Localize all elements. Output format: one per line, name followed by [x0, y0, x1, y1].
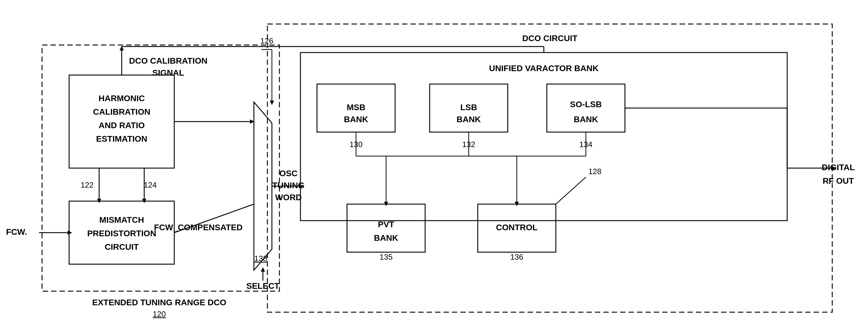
select-label: SELECT — [246, 281, 279, 291]
ref-135: 135 — [379, 253, 393, 262]
dco-cal-signal-label2: SIGNAL — [152, 68, 184, 77]
extended-tuning-label: EXTENDED TUNING RANGE DCO — [92, 298, 226, 307]
mismatch-label3: CIRCUIT — [104, 242, 139, 252]
harmonic-label2: CALIBRATION — [93, 107, 151, 116]
dco-circuit-label: DCO CIRCUIT — [522, 34, 578, 43]
ref-122: 122 — [81, 180, 93, 190]
ref-126-arrow — [270, 101, 274, 105]
osc-tuning-label3: WORD — [275, 193, 302, 202]
lsb-bank-label2: BANK — [457, 115, 481, 124]
fcw-label: FCW. — [6, 227, 27, 237]
ref-120: 120 — [153, 309, 165, 319]
harmonic-label3: AND RATIO — [98, 121, 145, 130]
ref-126: 126 — [260, 36, 273, 45]
mismatch-label1: MISMATCH — [99, 215, 144, 225]
so-lsb-bank-label2: BANK — [574, 115, 598, 124]
ref-138: 138 — [254, 254, 267, 263]
ref-136: 136 — [510, 253, 523, 262]
mux-shape — [254, 102, 272, 270]
harmonic-label4: ESTIMATION — [96, 134, 148, 143]
select-arrow — [261, 267, 265, 272]
dco-cal-signal-label: DCO CALIBRATION — [129, 56, 208, 65]
mismatch-label2: PREDISTORTION — [87, 229, 156, 238]
digital-rf-label2: RF OUT — [823, 176, 854, 186]
circuit-diagram: DCO CIRCUIT UNIFIED VARACTOR BANK MSB BA… — [0, 0, 868, 335]
msb-bank-label: MSB — [347, 103, 365, 112]
osc-tuning-label: OSC — [279, 169, 298, 178]
pvt-bank-label2: BANK — [374, 233, 398, 242]
digital-rf-label: DIGITAL — [822, 163, 855, 172]
msb-bank-label2: BANK — [344, 115, 368, 124]
so-lsb-bank-label: SO-LSB — [570, 100, 602, 109]
harmonic-label1: HARMONIC — [98, 94, 145, 103]
ref-128: 128 — [588, 167, 601, 176]
unified-varactor-boundary — [301, 53, 787, 221]
control-label: CONTROL — [496, 223, 537, 232]
fcw-comp-label: FCW_COMPENSATED — [154, 223, 243, 232]
pvt-bank-label: PVT — [378, 220, 394, 229]
svg-line-0 — [556, 177, 586, 204]
fcw-arrow — [68, 231, 72, 235]
lsb-bank-label: LSB — [460, 103, 477, 112]
unified-varactor-label: UNIFIED VARACTOR BANK — [489, 64, 599, 73]
ref-124: 124 — [144, 180, 157, 190]
